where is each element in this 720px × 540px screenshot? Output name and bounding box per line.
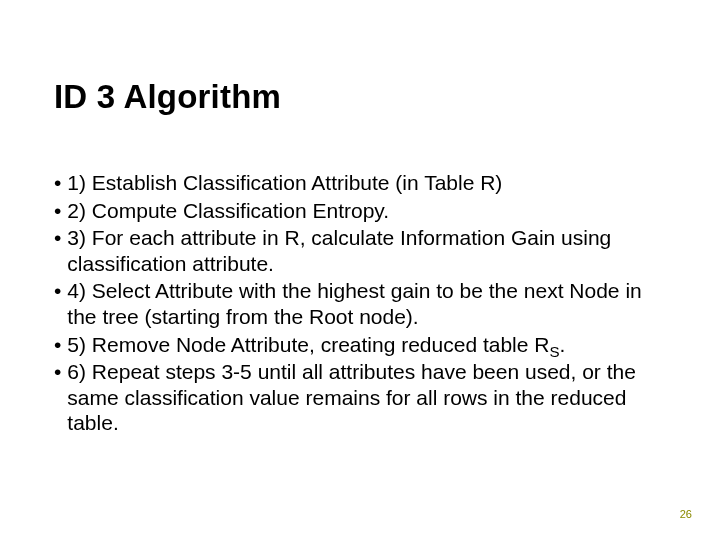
list-item: • 5) Remove Node Attribute, creating red… bbox=[54, 332, 654, 358]
bullet-glyph: • bbox=[54, 225, 61, 276]
list-item: • 2) Compute Classification Entropy. bbox=[54, 198, 654, 224]
page-number: 26 bbox=[680, 508, 692, 520]
bullet-glyph: • bbox=[54, 359, 61, 436]
slide-body: • 1) Establish Classification Attribute … bbox=[54, 170, 654, 438]
list-item: • 1) Establish Classification Attribute … bbox=[54, 170, 654, 196]
bullet-text: 3) For each attribute in R, calculate In… bbox=[67, 225, 654, 276]
bullet-text: 5) Remove Node Attribute, creating reduc… bbox=[67, 332, 654, 358]
list-item: • 6) Repeat steps 3-5 until all attribut… bbox=[54, 359, 654, 436]
bullet5-suffix: . bbox=[560, 333, 566, 356]
bullet5-main: 5) Remove Node Attribute, creating reduc… bbox=[67, 333, 549, 356]
bullet-glyph: • bbox=[54, 278, 61, 329]
bullet-glyph: • bbox=[54, 170, 61, 196]
slide: ID 3 Algorithm • 1) Establish Classifica… bbox=[0, 0, 720, 540]
bullet-glyph: • bbox=[54, 332, 61, 358]
bullet-text: 4) Select Attribute with the highest gai… bbox=[67, 278, 654, 329]
bullet-text: 6) Repeat steps 3-5 until all attributes… bbox=[67, 359, 654, 436]
bullet-text: 2) Compute Classification Entropy. bbox=[67, 198, 654, 224]
bullet-glyph: • bbox=[54, 198, 61, 224]
list-item: • 3) For each attribute in R, calculate … bbox=[54, 225, 654, 276]
slide-title: ID 3 Algorithm bbox=[54, 78, 281, 116]
list-item: • 4) Select Attribute with the highest g… bbox=[54, 278, 654, 329]
bullet-text: 1) Establish Classification Attribute (i… bbox=[67, 170, 654, 196]
bullet5-subscript: S bbox=[549, 343, 559, 360]
